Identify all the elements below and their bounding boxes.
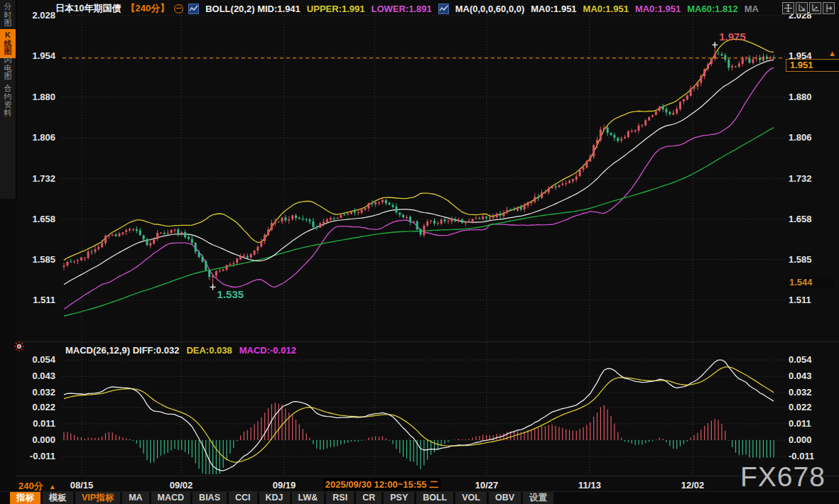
chart-canvas[interactable]: 1.9751.535 — [0, 0, 839, 504]
legend-item: LOWER:1.891 — [371, 4, 431, 14]
legend-item: MA0:1.951 — [531, 4, 576, 14]
toolbar-button-模板[interactable]: 模板 — [43, 492, 73, 504]
selected-candle-date: 2025/09/30 12:00~15:55 二 — [323, 478, 440, 491]
legend-item: MA — [745, 4, 759, 14]
toolbar-button-RSI[interactable]: RSI — [326, 492, 354, 504]
chart-legend-bar: 日本10年期国债 【240分】 BOLL(20,2) MID:1.941UPPE… — [55, 3, 759, 14]
toolbar-button-CR[interactable]: CR — [356, 492, 381, 504]
period-label: 【240分】 — [126, 2, 169, 15]
alert-burst-icon[interactable] — [14, 341, 24, 354]
price-tick-right: 1.585 — [789, 254, 838, 265]
axis-divider — [16, 476, 839, 476]
date-label: 09/02 — [170, 480, 193, 491]
legend-item: MA60:1.812 — [687, 4, 738, 14]
date-label: 12/02 — [681, 480, 705, 491]
instrument-title: 日本10年期国债 — [55, 2, 121, 15]
sidebar-tab-1[interactable]: 分时图 — [0, 3, 16, 28]
toolbar-button-CCI[interactable]: CCI — [229, 492, 257, 504]
left-sidebar: 分时图K线图闪电图合约资料 — [0, 0, 16, 504]
toolbar-button-VOL[interactable]: VOL — [455, 492, 487, 504]
toolbar-button-PSY[interactable]: PSY — [384, 492, 414, 504]
toolbar-button-指标[interactable]: 指标 — [10, 492, 40, 504]
macd-legend-item: MACD:-0.012 — [239, 345, 296, 356]
pan-right-icon[interactable] — [823, 2, 835, 14]
pane-divider — [16, 341, 839, 342]
price-tick-right: 1.732 — [789, 173, 838, 184]
date-label: 10/27 — [475, 480, 499, 491]
toolbar-button-BIAS[interactable]: BIAS — [193, 492, 227, 504]
date-label: 11/13 — [578, 480, 601, 491]
crosshair-icon[interactable] — [782, 2, 794, 14]
indicator-legend: BOLL(20,2) MID:1.941UPPER:1.991LOWER:1.8… — [188, 4, 759, 14]
triangle-up-icon: ▲ — [49, 483, 56, 491]
toolbar-button-MA[interactable]: MA — [122, 492, 148, 504]
macd-tick-right: 0.022 — [789, 402, 838, 412]
macd-tick-right: 0.043 — [789, 371, 838, 381]
legend-item: MA0:1.951 — [583, 4, 629, 14]
toolbar-button-KDJ[interactable]: KDJ — [259, 492, 290, 504]
toolbar-button-BOLL[interactable]: BOLL — [416, 492, 453, 504]
toolbar-button-LW&[interactable]: LW& — [292, 492, 325, 504]
macd-legend-item: DEA:0.038 — [186, 345, 232, 356]
price-tick-right: 1.880 — [789, 92, 838, 102]
toolbar-button-VIP指标[interactable]: VIP指标 — [75, 492, 120, 504]
macd-legend-item: MACD(26,12,9) DIFF:0.032 — [65, 345, 179, 356]
legend-item: BOLL(20,2) MID:1.941 — [205, 4, 301, 14]
legend-item: UPPER:1.991 — [307, 4, 365, 14]
scale-right-icon[interactable] — [809, 2, 821, 14]
current-price-badge: 1.951 — [786, 59, 839, 72]
price-tick-right: 1.806 — [789, 132, 838, 143]
toolbar-button-OBV[interactable]: OBV — [489, 492, 521, 504]
scale-left-icon[interactable] — [796, 2, 808, 14]
date-label: 09/19 — [273, 480, 296, 491]
toolbar-button-设置[interactable]: 设置 — [523, 492, 553, 504]
legend-item: MA0:1.951 — [635, 4, 681, 14]
toolbar-button-MACD[interactable]: MACD — [151, 492, 191, 504]
high-price-annotation: 1.975 — [719, 31, 746, 43]
chart-tool-buttons — [782, 2, 835, 14]
legend-item: MA(0,0,0,60,0,0) — [455, 4, 525, 14]
low-price-badge: 1.544 — [786, 277, 833, 288]
macd-tick-right: 0.054 — [789, 354, 838, 365]
low-price-annotation: 1.535 — [217, 288, 244, 300]
macd-legend: MACD(26,12,9) DIFF:0.032DEA:0.038MACD:-0… — [65, 345, 296, 356]
mini-chart-icon — [188, 4, 199, 14]
sidebar-tab-2[interactable]: K线图 — [0, 29, 16, 58]
app-window: { "colors":{"up":"#df5661","down":"#34bd… — [0, 0, 839, 504]
fx678-watermark: FX678 — [740, 461, 826, 493]
date-label: 08/15 — [70, 480, 94, 491]
sidebar-tab-3[interactable]: 闪电图 — [0, 56, 16, 81]
macd-tick-right: 0.000 — [789, 434, 838, 445]
mini-chart-icon — [438, 4, 449, 14]
sidebar-tab-4[interactable]: 合约资料 — [0, 84, 16, 117]
price-tick-right: 1.658 — [789, 214, 838, 224]
price-tick-right: 1.511 — [789, 295, 838, 305]
macd-tick-right: 0.032 — [789, 387, 838, 398]
macd-tick-right: -0.011 — [789, 451, 838, 461]
indicator-toolbar: 指标模板VIP指标MAMACDBIASCCIKDJLW&RSICRPSYBOLL… — [0, 491, 839, 504]
macd-tick-right: 0.011 — [789, 418, 838, 429]
price-up-arrow-icon: ▲ — [828, 49, 836, 57]
collapse-icon[interactable] — [174, 4, 183, 13]
